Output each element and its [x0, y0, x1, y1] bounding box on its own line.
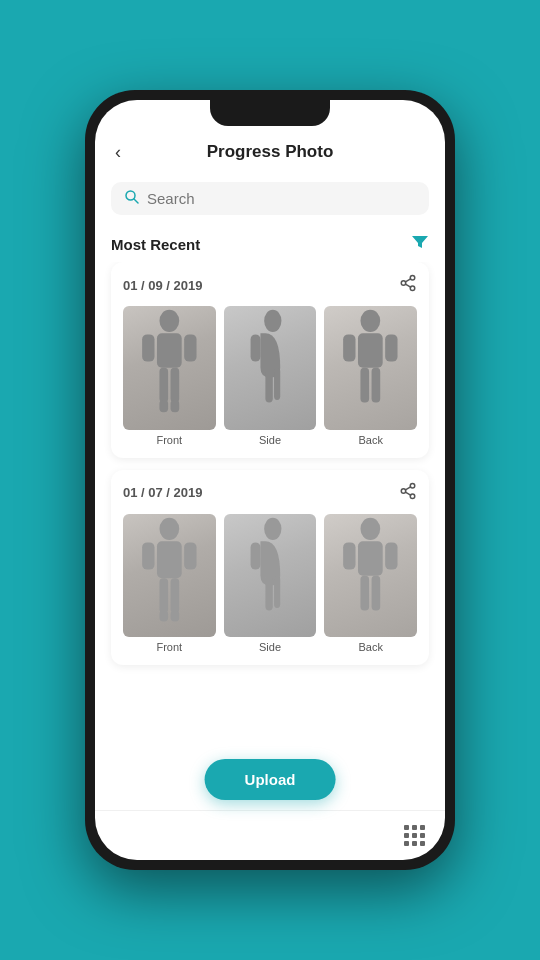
photo-item-front-1[interactable]: Front	[123, 306, 216, 446]
svg-line-1	[134, 199, 138, 203]
search-icon	[125, 190, 139, 207]
svg-point-30	[159, 517, 179, 539]
svg-rect-11	[159, 368, 168, 403]
svg-rect-39	[265, 575, 272, 610]
grid-dot	[412, 833, 417, 838]
svg-rect-20	[358, 333, 383, 368]
photo-label-back-1: Back	[358, 434, 382, 446]
svg-point-42	[361, 517, 381, 539]
group-header-2: 01 / 07 / 2019	[123, 482, 417, 504]
svg-rect-44	[343, 542, 355, 569]
svg-rect-37	[171, 610, 180, 621]
photo-item-side-1[interactable]: Side	[224, 306, 317, 446]
svg-rect-13	[159, 400, 168, 412]
grid-dot	[404, 833, 409, 838]
photo-side-1	[224, 306, 317, 430]
photo-label-front-2: Front	[156, 641, 182, 653]
svg-line-6	[405, 279, 410, 282]
photo-group-1: 01 / 09 / 2019	[111, 262, 429, 458]
grid-dot	[420, 841, 425, 846]
search-input[interactable]	[147, 190, 415, 207]
phone-device: ‹ Progress Photo Most Recent	[85, 90, 455, 870]
grid-dot	[420, 825, 425, 830]
back-button[interactable]: ‹	[115, 142, 121, 163]
photo-back-1	[324, 306, 417, 430]
svg-line-28	[405, 492, 410, 495]
svg-point-7	[159, 310, 179, 332]
group-header-1: 01 / 09 / 2019	[123, 274, 417, 296]
svg-rect-34	[159, 578, 168, 613]
svg-line-5	[405, 284, 410, 287]
phone-screen: ‹ Progress Photo Most Recent	[95, 100, 445, 860]
svg-rect-16	[265, 368, 272, 403]
svg-rect-45	[386, 542, 398, 569]
share-icon-2[interactable]	[399, 482, 417, 504]
svg-rect-21	[343, 334, 355, 361]
svg-point-38	[264, 517, 281, 539]
filter-icon[interactable]	[411, 233, 429, 256]
photo-side-2	[224, 514, 317, 638]
photo-back-2	[324, 514, 417, 638]
screen-content: ‹ Progress Photo Most Recent	[95, 100, 445, 860]
svg-line-29	[405, 486, 410, 489]
photo-item-back-2[interactable]: Back	[324, 514, 417, 654]
svg-rect-14	[171, 400, 180, 412]
grid-menu-icon[interactable]	[404, 825, 425, 846]
share-icon-1[interactable]	[399, 274, 417, 296]
grid-dot	[412, 825, 417, 830]
svg-rect-41	[250, 542, 260, 569]
upload-btn-container: Upload	[205, 759, 336, 800]
svg-rect-43	[358, 541, 383, 576]
svg-rect-22	[386, 334, 398, 361]
photo-front-2	[123, 514, 216, 638]
search-box	[111, 182, 429, 215]
svg-rect-9	[142, 334, 154, 361]
svg-rect-46	[361, 575, 370, 610]
svg-rect-47	[372, 575, 381, 610]
photo-grid-2: Front	[123, 514, 417, 654]
group-date-1: 01 / 09 / 2019	[123, 278, 203, 293]
group-date-2: 01 / 07 / 2019	[123, 485, 203, 500]
svg-rect-40	[274, 575, 280, 607]
scroll-area[interactable]: 01 / 09 / 2019	[95, 262, 445, 810]
page-title: Progress Photo	[207, 142, 334, 162]
photo-item-front-2[interactable]: Front	[123, 514, 216, 654]
grid-dot	[404, 841, 409, 846]
header: ‹ Progress Photo	[95, 130, 445, 174]
photo-item-back-1[interactable]: Back	[324, 306, 417, 446]
photo-grid-1: Front	[123, 306, 417, 446]
grid-dot	[404, 825, 409, 830]
photo-label-side-2: Side	[259, 641, 281, 653]
svg-rect-33	[184, 542, 196, 569]
svg-rect-36	[159, 610, 168, 621]
phone-notch	[210, 100, 330, 126]
svg-rect-32	[142, 542, 154, 569]
photo-label-back-2: Back	[358, 641, 382, 653]
svg-rect-23	[361, 368, 370, 403]
section-title: Most Recent	[111, 236, 200, 253]
photo-group-2: 01 / 07 / 2019	[111, 470, 429, 666]
upload-button[interactable]: Upload	[205, 759, 336, 800]
svg-rect-17	[274, 368, 280, 400]
svg-point-19	[361, 310, 381, 332]
bottom-nav	[95, 810, 445, 860]
svg-rect-10	[184, 334, 196, 361]
photo-front-1	[123, 306, 216, 430]
search-container	[95, 174, 445, 223]
photo-item-side-2[interactable]: Side	[224, 514, 317, 654]
grid-dot	[420, 833, 425, 838]
svg-rect-12	[171, 368, 180, 403]
section-header: Most Recent	[95, 223, 445, 262]
svg-rect-8	[157, 333, 182, 368]
photo-label-side-1: Side	[259, 434, 281, 446]
grid-dot	[412, 841, 417, 846]
svg-point-15	[264, 310, 281, 332]
svg-rect-18	[250, 334, 260, 361]
svg-rect-24	[372, 368, 381, 403]
svg-rect-35	[171, 578, 180, 613]
photo-label-front-1: Front	[156, 434, 182, 446]
svg-rect-31	[157, 541, 182, 578]
